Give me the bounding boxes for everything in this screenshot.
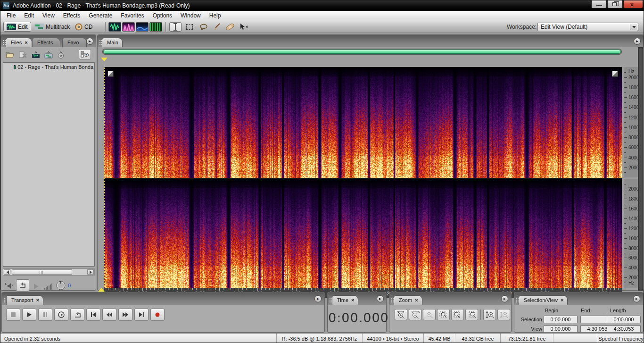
pause-button[interactable] (38, 309, 52, 321)
auto-play-icon[interactable] (4, 282, 14, 290)
preview-play-button[interactable] (33, 283, 39, 290)
play-button[interactable] (22, 309, 36, 321)
workspace-select[interactable]: Edit View (Default) (537, 23, 638, 31)
tab-favorites[interactable]: Favo (62, 38, 87, 47)
spectral-display[interactable] (104, 67, 622, 288)
scale-handle-left-icon[interactable] (107, 71, 114, 77)
zoom-in-left-edge-button[interactable] (451, 309, 464, 320)
zoom-out-full-button[interactable] (423, 309, 436, 320)
spectral-pan-display-button[interactable] (136, 22, 149, 32)
edit-view-button[interactable]: Edit (3, 22, 31, 32)
spectrogram-right-channel[interactable] (104, 179, 622, 288)
spot-healing-brush-tool[interactable] (224, 22, 236, 32)
zoom-panel-menu-button[interactable]: ► (501, 295, 508, 302)
menu-edit[interactable]: Edit (20, 11, 38, 20)
preview-volume-value[interactable]: 0 (68, 283, 71, 288)
go-to-beginning-button[interactable] (86, 309, 100, 321)
scroll-thumb[interactable] (12, 269, 72, 275)
menu-file[interactable]: File (2, 11, 20, 20)
time-selection-tool[interactable] (169, 22, 182, 32)
menu-generate[interactable]: Generate (84, 11, 116, 20)
rewind-button[interactable] (102, 309, 116, 321)
waveform-display-button[interactable] (108, 22, 121, 32)
dropdown-arrow-icon[interactable] (630, 24, 637, 30)
menu-effects[interactable]: Effects (59, 11, 84, 20)
zoom-to-selection-button[interactable] (437, 309, 450, 320)
panel-grip[interactable] (2, 40, 6, 45)
scrub-tool[interactable] (238, 22, 250, 32)
cd-view-button[interactable]: CD (72, 22, 95, 32)
close-file-icon[interactable] (18, 51, 28, 59)
transport-panel-menu-button[interactable]: ► (314, 295, 322, 302)
range-bar-track[interactable] (102, 49, 622, 55)
lasso-selection-tool[interactable] (198, 22, 210, 32)
zoom-out-horizontal-button[interactable] (409, 309, 421, 320)
tab-close-icon[interactable]: × (25, 40, 27, 45)
stop-button[interactable] (6, 309, 20, 321)
tab-effects[interactable]: Effects (32, 38, 60, 47)
time-display[interactable]: 0:00.000 (328, 310, 386, 325)
record-button[interactable] (150, 309, 165, 321)
playhead-marker-bottom-icon[interactable] (98, 284, 105, 292)
menu-favorites[interactable]: Favorites (116, 11, 148, 20)
menu-options[interactable]: Options (149, 11, 176, 20)
tab-close-icon[interactable]: × (561, 297, 563, 303)
effects-paintbrush-tool[interactable] (211, 22, 223, 32)
marquee-selection-tool[interactable] (183, 22, 196, 32)
time-panel-menu-button[interactable]: ► (377, 295, 384, 302)
vertical-scroll-thumb[interactable] (639, 48, 643, 290)
import-cd-icon[interactable] (57, 51, 65, 59)
menu-window[interactable]: Window (176, 11, 205, 20)
play-looped-button[interactable] (70, 309, 84, 321)
vertical-scrollbar[interactable] (638, 47, 643, 291)
fast-forward-button[interactable] (118, 309, 132, 321)
close-button[interactable]: x (623, 0, 643, 8)
import-audio-icon[interactable] (31, 51, 41, 59)
tab-zoom[interactable]: Zoom× (394, 295, 422, 305)
tab-time[interactable]: Time× (332, 295, 358, 305)
selection-view-field-selection-begin[interactable]: 0:00.000 (544, 316, 578, 323)
zoom-in-horizontal-button[interactable] (395, 309, 407, 320)
play-from-cursor-button[interactable] (54, 309, 68, 321)
main-panel-menu-button[interactable]: ► (634, 38, 641, 45)
file-list-horizontal-scrollbar[interactable] (3, 268, 95, 276)
files-panel-menu-button[interactable]: ► (86, 38, 93, 45)
selection-view-field-view-begin[interactable]: 0:00.000 (544, 325, 578, 333)
tab-files[interactable]: Files× (6, 38, 32, 47)
multitrack-view-button[interactable]: Multitrack (32, 22, 73, 32)
playhead-marker-top-icon[interactable] (101, 58, 107, 65)
spectrogram-left-channel[interactable] (104, 67, 622, 178)
menu-help[interactable]: Help (205, 11, 225, 20)
spectral-frequency-display-button[interactable] (122, 22, 135, 32)
files-advanced-options-button[interactable] (79, 49, 91, 59)
file-list[interactable]: 02 - Rage - That's Human Bonda (3, 62, 95, 267)
title-bar[interactable]: Au Adobe Audition - 02 - Rage - That's H… (0, 0, 644, 11)
scroll-right-button[interactable] (87, 269, 94, 275)
tab-main[interactable]: Main (102, 38, 123, 47)
import-multitrack-icon[interactable] (44, 51, 53, 59)
menu-view[interactable]: View (38, 11, 59, 20)
scale-handle-right-icon[interactable] (612, 71, 618, 77)
selection-view-field-selection-length[interactable]: 0:00.000 (607, 316, 641, 323)
tab-transport[interactable]: Transport× (6, 295, 43, 305)
file-list-item[interactable]: 02 - Rage - That's Human Bonda (3, 63, 94, 71)
zoom-out-vertical-button[interactable] (497, 309, 510, 320)
minimize-button[interactable] (591, 0, 607, 8)
selection-view-panel-menu-button[interactable]: ► (633, 295, 640, 302)
range-bar[interactable] (103, 50, 621, 54)
zoom-in-right-edge-button[interactable] (465, 309, 478, 320)
selection-view-field-view-length[interactable]: 4:30.053 (607, 325, 641, 333)
tab-close-icon[interactable]: × (415, 297, 418, 303)
tab-selection-view[interactable]: Selection/View× (519, 295, 568, 305)
loop-preview-button[interactable] (16, 279, 29, 292)
open-file-icon[interactable] (6, 51, 15, 59)
restore-button[interactable] (607, 0, 623, 8)
spectral-phase-display-button[interactable] (149, 22, 162, 32)
scroll-left-button[interactable] (4, 269, 10, 275)
playhead-line[interactable] (104, 67, 105, 289)
zoom-in-vertical-button[interactable] (483, 309, 496, 320)
go-to-end-button[interactable] (134, 309, 149, 321)
tab-close-icon[interactable]: × (36, 297, 39, 303)
preview-volume-knob[interactable] (56, 280, 66, 291)
tab-close-icon[interactable]: × (351, 297, 354, 303)
